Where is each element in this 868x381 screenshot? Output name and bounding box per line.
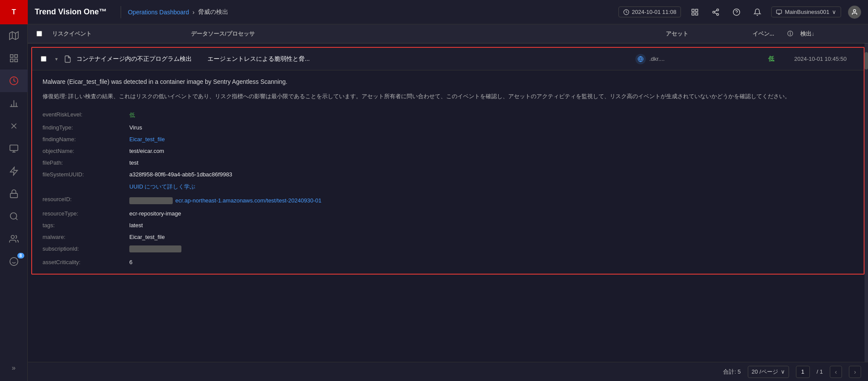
svg-point-34 [717,13,719,16]
breadcrumb: Operations Dashboard › 脅威の検出 [128,8,229,16]
scrollbar-thumb[interactable] [865,52,868,70]
footer-perpage-select[interactable]: 20 /ページ ∨ [748,366,789,378]
footer-prev-button[interactable]: ‹ [830,366,842,378]
field-value-assetcriticality: 6 [129,258,853,267]
svg-point-23 [11,235,14,239]
field-value-malware: Eicar_test_file [129,232,853,242]
grid-view-button[interactable] [688,5,702,19]
header-time-display[interactable]: 2024-10-01 11:08 [618,7,681,17]
field-label-assetcriticality: assetCriticality: [43,258,129,267]
content-area: ▾ コンテナイメージ内の不正プログラム検出 エージェントレスによる脆弱性と脅..… [28,43,868,362]
sidebar-item-lightning[interactable] [0,160,28,182]
field-value-uuid-link[interactable]: UUID について詳しく学ぶ [129,182,853,192]
main-content: Trend Vision One™ Operations Dashboard ›… [28,0,868,381]
field-label-subscriptionid: subscriptionId: [43,244,129,255]
detail-fields: eventRiskLevel: 低 findingType: Virus fin… [43,110,853,267]
sidebar-item-map[interactable] [0,24,28,47]
checkbox-all[interactable] [36,31,42,36]
row-expand-button[interactable]: ▾ [51,56,62,62]
field-label-tags: tags: [43,221,129,230]
svg-rect-6 [14,55,17,57]
sidebar-item-chart[interactable] [0,92,28,115]
sidebar-expand-button[interactable]: » [0,358,28,378]
field-value-tags: latest [129,221,853,230]
footer-page-input[interactable] [796,366,810,378]
username-text: MainBusiness001 [785,9,829,15]
field-value-eventrisklevel: 低 [129,110,853,120]
footer-page-sep: / 1 [817,368,823,375]
svg-marker-19 [10,167,17,175]
svg-marker-2 [9,32,18,40]
select-all-checkbox[interactable] [31,31,47,36]
field-value-resourceid: ecr.ap-northeast-1.amazonaws.com/test/te… [129,195,853,206]
svg-text:T: T [12,8,16,16]
svg-point-32 [717,9,719,11]
detail-panel: Malware (Eicar_test_file) was detected i… [32,70,864,274]
table-header: リスクイベント データソース/プロセッサ アセット イベン... ⓘ 検出↓ [28,24,868,43]
field-value-filepath: test [129,158,853,167]
col-header-events: イベン... [747,30,782,38]
row-datasource: エージェントレスによる脆弱性と脅... [202,55,630,63]
field-value-resourcetype: ecr-repository-image [129,209,853,218]
field-value-resourceid-url[interactable]: ecr.ap-northeast-1.amazonaws.com/test/te… [175,196,322,205]
sidebar-item-operations[interactable] [0,70,28,92]
svg-rect-28 [692,9,694,11]
detail-remediation-text: 修復処理: 詳しい検査の結果、これはリスクの低いイベントであり、リスク指標への影… [43,92,853,101]
field-value-findingname[interactable]: Eicar_test_file [129,135,853,144]
field-value-objectname: test/eicar.com [129,146,853,156]
sidebar-item-xdr[interactable] [0,115,28,137]
app-logo[interactable]: T [0,0,28,24]
col-header-info: ⓘ [782,30,795,38]
sidebar: T [0,0,28,381]
field-label-filesystemuuid: fileSystemUUID: [43,170,129,179]
row-title: コンテナイメージ内の不正プログラム検出 [76,55,202,63]
sidebar-item-inspect[interactable] [0,137,28,160]
sidebar-item-users[interactable] [0,228,28,250]
svg-point-24 [10,258,17,265]
row-severity: 低 [765,55,791,63]
notification-badge: 8 [17,253,24,258]
table-row[interactable]: ▾ コンテナイメージ内の不正プログラム検出 エージェントレスによる脆弱性と脅..… [32,48,864,70]
field-value-filesystemuuid: a328f958-80f6-49a4-abb5-1dbac86f9983 [129,170,853,179]
scrollbar-track[interactable] [865,43,868,362]
user-menu-button[interactable]: MainBusiness001 ∨ [771,7,841,17]
col-header-risk: リスクイベント [47,30,186,38]
footer-next-button[interactable]: › [849,366,861,378]
field-label-objectname: objectName: [43,146,129,156]
sidebar-item-badge[interactable]: 8 [0,250,28,273]
svg-rect-8 [14,59,17,62]
svg-rect-16 [10,145,17,151]
row-select-checkbox[interactable] [41,56,46,62]
field-label-findingname: findingName: [43,135,129,144]
sidebar-item-search[interactable] [0,205,28,228]
avatar[interactable] [848,6,861,19]
header-divider [121,6,121,18]
field-label-eventrisklevel: eventRiskLevel: [43,110,129,120]
sidebar-item-dashboard[interactable] [0,47,28,70]
field-label-malware: malware: [43,232,129,242]
row-asset: .dkr.... [630,54,717,64]
expanded-row: ▾ コンテナイメージ内の不正プログラム検出 エージェントレスによる脆弱性と脅..… [31,47,865,275]
breadcrumb-item-1[interactable]: Operations Dashboard [128,9,189,16]
field-label-findingtype: findingType: [43,123,129,132]
help-button[interactable] [730,5,743,19]
svg-rect-29 [696,9,698,11]
footer-perpage-caret: ∨ [781,368,785,375]
top-header: Trend Vision One™ Operations Dashboard ›… [28,0,868,24]
sidebar-item-lock[interactable] [0,182,28,205]
col-header-datasource: データソース/プロセッサ [186,30,661,38]
clock-icon [623,9,629,15]
share-button[interactable] [709,5,723,19]
row-checkbox[interactable] [36,56,51,62]
svg-rect-7 [10,59,13,62]
asset-name: .dkr.... [649,56,664,62]
detail-main-text: Malware (Eicar_test_file) was detected i… [43,77,853,86]
col-header-detection: 検出↓ [795,30,865,38]
field-value-subscriptionid [129,244,853,255]
svg-point-33 [713,11,715,13]
svg-rect-5 [10,55,13,57]
footer-perpage-label: 20 /ページ [752,368,778,376]
field-label-filepath: filePath: [43,158,129,167]
notification-button[interactable] [750,5,764,19]
svg-line-22 [16,218,17,220]
